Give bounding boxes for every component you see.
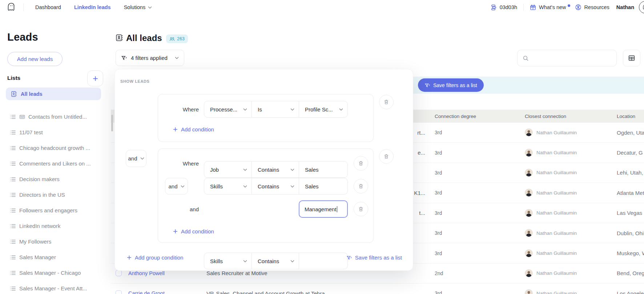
chevron-down-icon (243, 108, 247, 111)
field-value: Job (210, 167, 219, 173)
search-box[interactable] (517, 50, 617, 66)
sidebar-item-sales-manager[interactable]: Sales Manager (0, 249, 109, 265)
condition-label: Where (158, 160, 199, 167)
lead-location: Atlanta Met (617, 190, 644, 196)
value-input-focused[interactable]: Management (299, 200, 348, 218)
user-name[interactable]: Nathan (616, 4, 634, 10)
sidebar-item-sales-manager-chicago[interactable]: Sales Manager - Chicago (0, 265, 109, 281)
value-input[interactable]: Sales (299, 178, 347, 194)
credits-button[interactable]: 03d03h (491, 4, 517, 11)
table-row-carrie-de-groot[interactable]: Carrie de Groot VP, Sales, Channel and A… (111, 283, 644, 294)
plus-icon (173, 127, 178, 132)
delete-condition-button[interactable] (354, 202, 368, 216)
value-select[interactable]: Profile Sc... (299, 101, 347, 117)
condition-connector-select[interactable]: and (165, 178, 188, 195)
field-select[interactable]: Job (204, 162, 251, 177)
sidebar-item-my-followers[interactable]: My Followers (0, 234, 109, 249)
ghost-logo-icon[interactable] (6, 2, 17, 13)
condition-row: Where Processe... Is Profile Sc... (158, 101, 374, 118)
field-select[interactable]: Processe... (204, 101, 251, 117)
chevron-down-icon (290, 108, 294, 111)
lead-name[interactable]: Anthony Powell (128, 270, 201, 276)
field-select[interactable]: Skills (204, 253, 251, 269)
group-connector-select[interactable]: and (126, 150, 146, 167)
avatar (525, 229, 533, 237)
save-filters-as-list-label: Save filters as a list (433, 82, 477, 88)
delete-condition-button[interactable] (354, 179, 368, 193)
operator-select[interactable]: Contains (251, 162, 299, 177)
operator-select[interactable]: Contains (251, 178, 299, 194)
add-condition-link[interactable]: Add condition (173, 228, 214, 234)
connection-degree: 3rd (435, 230, 525, 236)
nav-divider (23, 3, 24, 11)
filter-funnel-icon (121, 55, 127, 61)
row-checkbox[interactable] (116, 270, 122, 276)
delete-group-button[interactable] (379, 149, 394, 164)
add-group-condition-link[interactable]: Add group condition (127, 254, 183, 261)
add-condition-link[interactable]: Add condition (173, 126, 214, 132)
lead-title: VP, Sales, Channel and Account Growth at… (206, 290, 325, 294)
sidebar-item-sales-manager-event[interactable]: Sales Manager - Event Att... (0, 281, 109, 294)
avatar (525, 209, 533, 217)
nav-item-linkedin-leads[interactable]: LinkedIn leads (74, 4, 111, 10)
column-header-connection-degree[interactable]: Connection degree (435, 114, 525, 119)
operator-select[interactable]: Contains (251, 253, 299, 269)
sidebar-item-11-07-test[interactable]: 11/07 test (0, 124, 109, 140)
sidebar-item-followers-engagers[interactable]: Followers and engagers (0, 203, 109, 218)
text-cursor (337, 206, 338, 212)
sidebar-item-label: Sales Manager (19, 254, 56, 260)
field-select[interactable]: Skills (204, 178, 251, 194)
column-header-location[interactable]: Location (617, 114, 644, 119)
table-view-button[interactable] (623, 50, 640, 66)
closest-connection: Nathan Guillaumin (525, 189, 617, 197)
sidebar-item-commenters-likers[interactable]: Commenters and Likers on ... (0, 156, 109, 171)
avatar (525, 289, 533, 294)
sidebar-item-chicago-headcount[interactable]: Chicago headcount growth ... (0, 140, 109, 156)
value-text: Profile Sc... (305, 106, 333, 113)
search-input[interactable] (532, 55, 611, 61)
operator-select[interactable]: Is (251, 101, 299, 117)
value-text: Sales (305, 167, 319, 173)
sidebar-item-directors-us[interactable]: Directors in the US (0, 187, 109, 203)
whats-new-button[interactable]: What's new (530, 4, 570, 11)
lists-label: Lists (7, 75, 20, 81)
save-filters-link[interactable]: Save filters as a list (346, 254, 402, 261)
lead-count-badge: 263 (166, 34, 188, 43)
lead-name[interactable]: Carrie de Groot (128, 290, 201, 294)
closest-connection: Nathan Guillaumin (525, 249, 617, 257)
chevron-down-icon (148, 6, 152, 9)
add-list-button[interactable] (87, 70, 103, 86)
nav-item-solutions[interactable]: Solutions (124, 4, 152, 10)
closest-connection-name: Nathan Guillaumin (536, 150, 577, 155)
sidebar-item-all-leads[interactable]: All leads (6, 87, 101, 100)
column-header-closest-connection[interactable]: Closest connection (525, 114, 617, 119)
delete-condition-button[interactable] (354, 156, 368, 171)
sidebar-item-decision-makers[interactable]: Decision makers (0, 171, 109, 187)
table-scrollbar[interactable] (111, 115, 113, 131)
resources-button[interactable]: Resources (575, 4, 609, 11)
filter-group-2: Where Job Contains Sales (158, 148, 374, 243)
value-input[interactable]: Sales (299, 162, 347, 177)
plus-icon (93, 76, 98, 81)
closest-connection: Nathan Guillaumin (525, 209, 617, 217)
filters-applied-button[interactable]: 4 filters applied (116, 50, 184, 66)
add-new-leads-button[interactable]: Add new leads (7, 52, 63, 66)
save-filters-as-list-button[interactable]: Save filters as a list (418, 78, 484, 92)
sidebar-item-label: Decision makers (19, 176, 60, 182)
top-nav: Dashboard LinkedIn leads Solutions 03d03… (0, 0, 644, 15)
sidebar-item-linkedin-network[interactable]: LinkedIn network (0, 218, 109, 234)
nav-item-solutions-label: Solutions (124, 4, 146, 10)
value-input[interactable] (299, 253, 347, 269)
sidebar-item-contacts-from-untitled[interactable]: Contacts from Untitled... (0, 109, 109, 124)
plus-icon (173, 229, 178, 234)
nav-item-dashboard[interactable]: Dashboard (35, 4, 61, 10)
closest-connection: Nathan Guillaumin (525, 289, 617, 294)
chevron-down-icon (175, 57, 179, 59)
user-avatar[interactable] (639, 1, 644, 13)
lead-title-peek: rt... (417, 130, 425, 136)
ghost-avatar-icon (642, 4, 644, 11)
connection-degree: 3rd (435, 250, 525, 256)
lead-location: Ogden, Uta (617, 130, 644, 136)
delete-group-button[interactable] (379, 95, 394, 109)
row-checkbox[interactable] (116, 290, 122, 294)
